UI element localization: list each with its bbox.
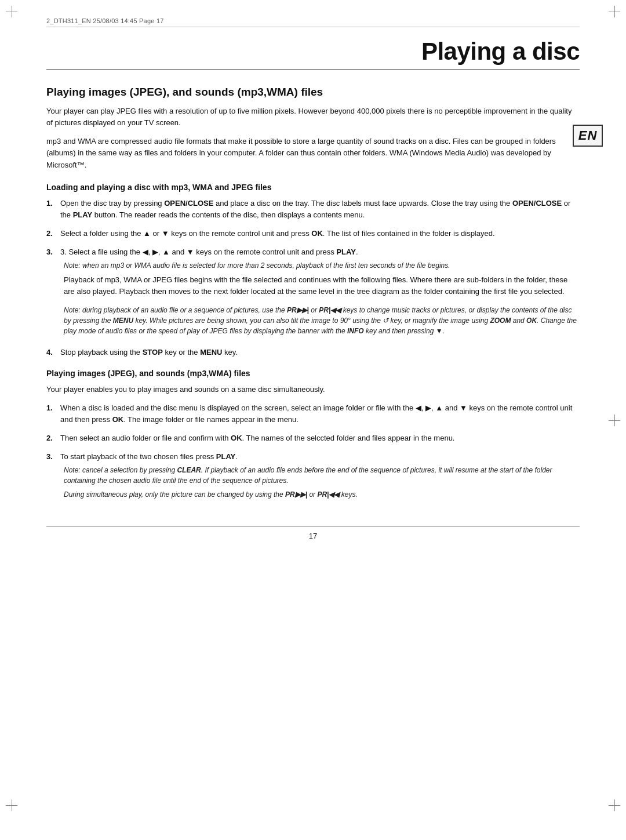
crosshair-mid-right xyxy=(609,414,620,426)
en-badge-text: EN xyxy=(578,128,598,143)
section2-intro: Your player enables you to play images a… xyxy=(46,384,580,395)
section2-item-3: 3. To start playback of the two chosen f… xyxy=(46,451,580,503)
section2-num-3: 3. xyxy=(46,451,60,463)
section1-heading: Playing images (JPEG), and sounds (mp3,W… xyxy=(46,86,580,99)
section2-content-3: To start playback of the two chosen file… xyxy=(60,451,238,463)
list-num-3: 3. xyxy=(46,246,60,258)
section2-item-1: 1. When a disc is loaded and the disc me… xyxy=(46,402,580,426)
header-rule xyxy=(46,27,580,27)
list-3-note2: Note: during playback of an audio file o… xyxy=(64,305,580,336)
section2-note2: During simultaneous play, only the pictu… xyxy=(64,489,580,500)
numbered-list-2: 1. When a disc is loaded and the disc me… xyxy=(46,402,580,504)
en-badge: EN xyxy=(573,125,603,147)
page: 2_DTH311_EN 25/08/03 14:45 Page 17 Playi… xyxy=(0,0,626,840)
footer-page-num: 17 xyxy=(46,532,580,540)
crosshair-bottom-right xyxy=(609,799,620,811)
section2-num-2: 2. xyxy=(46,432,60,444)
numbered-list-1: 1. Open the disc tray by pressing OPEN/C… xyxy=(46,198,580,358)
section2-content-1: When a disc is loaded and the disc menu … xyxy=(60,402,580,426)
header-meta: 2_DTH311_EN 25/08/03 14:45 Page 17 xyxy=(46,17,580,24)
crosshair-bottom-left xyxy=(6,799,17,811)
section1-para2: mp3 and WMA are compressed audio file fo… xyxy=(46,136,580,170)
section2-note1: Note: cancel a selection by pressing CLE… xyxy=(64,465,580,486)
list-content-4: Stop playback using the STOP key or the … xyxy=(60,347,580,358)
list-content-3: 3. Select a file using the ◀, ▶, ▲ and ▼… xyxy=(60,246,358,258)
list-num-1: 1. xyxy=(46,198,60,209)
section1-para1: Your player can play JPEG files with a r… xyxy=(46,106,580,129)
list-content-1: Open the disc tray by pressing OPEN/CLOS… xyxy=(60,198,580,221)
page-title: Playing a disc xyxy=(46,38,580,66)
section2-item-2: 2. Then select an audio folder or file a… xyxy=(46,432,580,444)
list-item-4: 4. Stop playback using the STOP key or t… xyxy=(46,347,580,358)
title-rule xyxy=(46,69,580,70)
section2-heading: Playing images (JPEG), and sounds (mp3,W… xyxy=(46,369,580,378)
crosshair-top-left xyxy=(6,6,17,17)
list-item-3: 3. 3. Select a file using the ◀, ▶, ▲ an… xyxy=(46,246,580,339)
section2-content-2: Then select an audio folder or file and … xyxy=(60,432,580,444)
footer-rule xyxy=(46,526,580,527)
list-content-2: Select a folder using the ▲ or ▼ keys on… xyxy=(60,228,580,239)
section2-notes: Note: cancel a selection by pressing CLE… xyxy=(64,463,580,503)
list-3-note1: Note: when an mp3 or WMA audio file is s… xyxy=(64,258,580,339)
crosshair-top-right xyxy=(609,6,620,17)
list-num-4: 4. xyxy=(46,347,60,358)
list-item-1: 1. Open the disc tray by pressing OPEN/C… xyxy=(46,198,580,221)
list-3-extra-para: Playback of mp3, WMA or JPEG files begin… xyxy=(64,274,580,297)
list-num-2: 2. xyxy=(46,228,60,239)
section2-num-1: 1. xyxy=(46,402,60,414)
list-item-2: 2. Select a folder using the ▲ or ▼ keys… xyxy=(46,228,580,239)
sub1-heading: Loading and playing a disc with mp3, WMA… xyxy=(46,183,580,192)
note1-text: Note: when an mp3 or WMA audio file is s… xyxy=(64,260,580,271)
